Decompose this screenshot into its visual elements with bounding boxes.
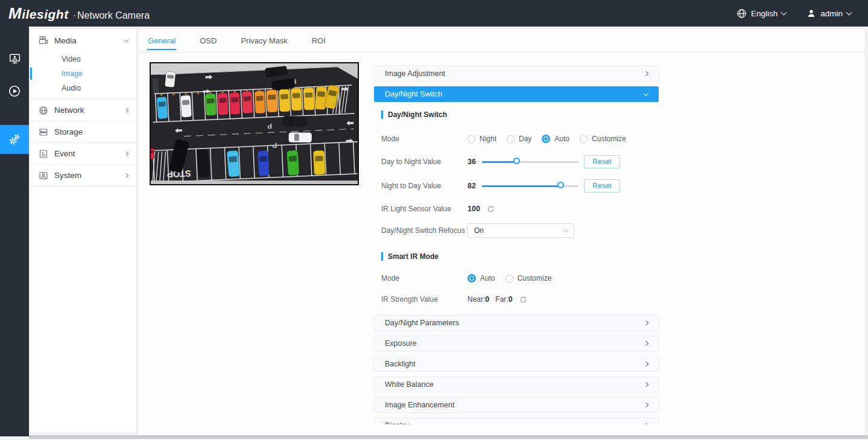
slider-handle[interactable] (557, 182, 564, 188)
night-to-day-value: 82 (467, 182, 482, 190)
sidebar-menu: Media Video Image Audio Network St (30, 29, 136, 433)
chevron-right-icon (124, 151, 128, 156)
slider-fill (482, 161, 517, 163)
radio-day[interactable]: Day (507, 135, 531, 143)
chevron-down-icon (644, 91, 648, 95)
rail-item-liveview[interactable] (0, 44, 29, 73)
tab-privacy-mask[interactable]: Privacy Mask (240, 29, 288, 53)
radio-customize[interactable]: Customize (505, 274, 552, 282)
panel-display[interactable]: Display (374, 418, 659, 424)
rail-item-settings[interactable] (0, 125, 29, 154)
language-label: English (751, 9, 778, 18)
main-content: General OSD Privacy Mask ROI (138, 29, 865, 435)
refocus-select[interactable]: On (467, 223, 574, 238)
night-to-day-slider[interactable] (482, 179, 578, 193)
radio-circle-icon (467, 135, 475, 143)
brand-name: Milesight (8, 4, 69, 23)
panel-day-night-switch[interactable]: Day/Night Switch (374, 86, 659, 102)
day-night-switch-body: Day/Night Switch Mode Night Day Au (374, 107, 659, 310)
globe-icon (737, 8, 747, 19)
slider-handle[interactable] (513, 158, 520, 164)
chevron-down-icon (846, 10, 852, 16)
media-icon (39, 36, 48, 45)
sidebar-item-audio[interactable]: Audio (30, 81, 136, 95)
radio-circle-icon (505, 275, 513, 282)
radio-auto[interactable]: Auto (542, 135, 569, 143)
sidebar-item-image[interactable]: Image (30, 66, 136, 81)
panel-title: Image Adjustment (385, 69, 445, 78)
day-to-night-slider[interactable] (482, 155, 578, 168)
panel-title: Display (385, 421, 410, 424)
tab-general[interactable]: General (147, 29, 176, 53)
event-icon (39, 149, 48, 159)
chevron-right-icon (644, 341, 648, 346)
brand-logo: Milesight · Network Camera (8, 4, 150, 23)
radio-circle-icon (507, 135, 515, 143)
chevron-right-icon (124, 107, 128, 112)
chevron-right-icon (124, 173, 128, 177)
panel-exposure[interactable]: Exposure (374, 336, 659, 351)
night-to-day-reset-button[interactable]: Reset (584, 179, 620, 193)
panel-title: White Balance (385, 380, 434, 389)
network-globe-icon (39, 106, 48, 115)
tab-label: OSD (200, 36, 217, 45)
ir-light-sensor-label: IR Light Sensor Value (381, 205, 467, 213)
chevron-down-icon (781, 10, 787, 16)
panel-title: Day/Night Parameters (385, 319, 459, 327)
user-menu[interactable]: admin (806, 8, 851, 18)
storage-icon (39, 127, 48, 137)
sidebar-item-storage[interactable]: Storage (30, 121, 136, 143)
panel-white-balance[interactable]: White Balance (374, 377, 659, 392)
day-to-night-label: Day to Night Value (381, 158, 467, 166)
sidebar-item-system[interactable]: System (30, 165, 136, 187)
refresh-icon[interactable] (487, 205, 495, 213)
tab-osd[interactable]: OSD (199, 29, 217, 53)
panel-image-enhancement[interactable]: Image Enhancement (374, 397, 659, 413)
panel-backlight[interactable]: Backlight (374, 356, 659, 372)
sidebar-item-network[interactable]: Network (30, 100, 136, 121)
top-bar: Milesight · Network Camera English admin (0, 0, 868, 27)
rail-item-playback[interactable] (0, 77, 29, 106)
mode-label: Mode (381, 135, 467, 143)
language-selector[interactable]: English (737, 8, 786, 19)
chevron-right-icon (644, 423, 648, 424)
ir-strength-label: IR Strength Value (381, 295, 467, 304)
panel-title: Exposure (385, 339, 417, 348)
settings-panels: Image Adjustment Day/Night Switch Day/Ni… (374, 66, 659, 424)
refocus-label: Day/Night Switch Refocus (381, 226, 467, 235)
sidebar-item-media[interactable]: Media (30, 29, 136, 52)
day-to-night-value: 36 (467, 158, 482, 166)
user-icon (806, 8, 816, 18)
sidebar-item-video[interactable]: Video (30, 52, 136, 66)
brand-separator: · (73, 10, 76, 21)
sidebar-item-label: Storage (54, 127, 83, 136)
sidebar-item-label: Event (54, 149, 75, 158)
active-indicator (30, 68, 32, 80)
smart-ir-mode-label: Mode (381, 274, 467, 282)
radio-circle-icon (580, 135, 588, 143)
refresh-icon[interactable] (519, 296, 527, 304)
left-rail (0, 27, 29, 436)
horizontal-scrollbar[interactable] (29, 435, 868, 439)
radio-customize[interactable]: Customize (580, 135, 626, 143)
sidebar-item-label: Media (54, 36, 77, 45)
chevron-right-icon (644, 362, 648, 366)
panel-image-adjustment[interactable]: Image Adjustment (374, 66, 659, 81)
sub-item-label: Audio (62, 84, 81, 92)
panel-title: Backlight (385, 360, 416, 368)
tab-label: ROI (312, 36, 326, 45)
day-to-night-reset-button[interactable]: Reset (584, 155, 620, 168)
sidebar-item-event[interactable]: Event (30, 143, 136, 165)
slider-fill (482, 185, 561, 187)
tab-label: Privacy Mask (241, 36, 287, 45)
chevron-down-icon (563, 228, 568, 232)
radio-night[interactable]: Night (467, 135, 496, 143)
tab-roi[interactable]: ROI (311, 29, 326, 53)
radio-selected-icon (467, 274, 476, 282)
radio-selected-icon (542, 135, 550, 143)
panel-day-night-parameters[interactable]: Day/Night Parameters (374, 315, 659, 331)
radio-auto[interactable]: Auto (467, 274, 495, 282)
chevron-right-icon (644, 71, 648, 76)
night-to-day-label: Night to Day Value (381, 182, 467, 190)
section-title-day-night-switch: Day/Night Switch (381, 110, 447, 119)
